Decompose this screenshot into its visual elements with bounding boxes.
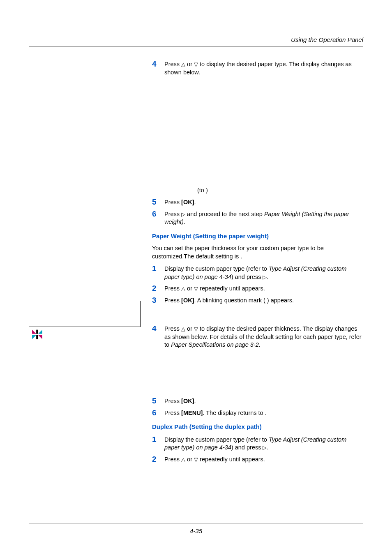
key-ok: [OK] — [181, 398, 194, 404]
triangle-down-icon: ▽ — [194, 62, 198, 67]
text: or — [185, 285, 194, 292]
text: Press — [164, 456, 181, 463]
glyph: ◥ — [38, 334, 42, 340]
section-heading-paper-weight: Paper Weight (Setting the paper weight) — [152, 232, 363, 240]
step-text: Press ▷ and proceed to the next step Pap… — [164, 210, 363, 226]
to-label: (to ) — [197, 187, 363, 195]
step-text: Press [OK]. — [164, 198, 363, 207]
indicator-icon: ◤▮◥ — [32, 334, 42, 339]
step-number: 4 — [152, 325, 164, 349]
text: . — [194, 199, 196, 205]
text: . — [194, 398, 196, 404]
triangle-right-icon: ▷ — [181, 212, 185, 217]
step-text: Display the custom paper type (refer to … — [164, 435, 363, 452]
text: Press — [164, 61, 181, 67]
step-number: 5 — [152, 198, 164, 207]
display-placeholder — [152, 352, 363, 397]
glyph: ◤ — [32, 334, 36, 340]
spacer — [152, 308, 363, 325]
text: Press — [164, 297, 181, 304]
text: or — [185, 456, 194, 463]
step-text: Press △ or ▽ to display the desired pape… — [164, 60, 363, 76]
step-text: Press [MENU]. The display returns to . — [164, 409, 363, 417]
triangle-down-icon: ▽ — [194, 286, 198, 291]
step-number: 5 — [152, 397, 164, 405]
text: repeatedly until appears. — [198, 285, 265, 292]
text: ) and press — [231, 274, 263, 280]
key-ok: [OK] — [181, 199, 194, 205]
step-number: 2 — [152, 455, 164, 464]
step-text: Press [OK]. — [164, 397, 363, 405]
step-number: 6 — [152, 409, 164, 417]
display-placeholder — [152, 80, 363, 187]
triangle-down-icon: ▽ — [194, 457, 198, 462]
step-text: Display the custom paper type (refer to … — [164, 265, 363, 281]
text: Display the custom paper type (refer to — [164, 436, 269, 443]
key-menu: [MENU] — [181, 410, 203, 416]
triangle-up-icon: △ — [181, 457, 185, 462]
step-text: Press △ or ▽ to display the desired pape… — [164, 325, 363, 349]
step-number: 3 — [152, 296, 164, 305]
text: Press — [164, 325, 181, 332]
text: or — [185, 325, 194, 332]
step-number: 1 — [152, 435, 164, 452]
step-number: 1 — [152, 265, 164, 281]
text: Display the custom paper type (refer to — [164, 265, 269, 272]
running-header: Using the Operation Panel — [291, 36, 363, 43]
header-rule — [29, 46, 363, 46]
text: or — [185, 61, 194, 67]
display-panel-box — [29, 301, 141, 327]
page-number: 4-35 — [190, 527, 202, 534]
triangle-up-icon: △ — [181, 326, 185, 332]
text: . A blinking question mark ( ) appears. — [194, 297, 294, 304]
page-footer: 4-35 — [29, 523, 363, 534]
ref: Paper Specifications on page 3-2 — [171, 341, 259, 348]
triangle-up-icon: △ — [181, 286, 185, 291]
text: ) and press — [231, 444, 263, 451]
text: Press — [164, 410, 181, 416]
text: Press — [164, 398, 181, 404]
triangle-up-icon: △ — [181, 62, 185, 67]
text: . — [259, 341, 261, 348]
text: Press — [164, 211, 181, 217]
triangle-down-icon: ▽ — [194, 326, 198, 332]
triangle-right-icon: ▷ — [263, 274, 267, 280]
key-ok: [OK] — [181, 297, 194, 304]
triangle-right-icon: ▷ — [263, 445, 267, 450]
section-body: You can set the paper thickness for your… — [152, 244, 363, 260]
text: Press — [164, 285, 181, 292]
text: repeatedly until appears. — [198, 456, 265, 463]
text: . — [267, 274, 268, 280]
step-number: 2 — [152, 284, 164, 293]
section-heading-duplex-path: Duplex Path (Setting the duplex path) — [152, 423, 363, 431]
step-text: Press △ or ▽ repeatedly until appears. — [164, 284, 363, 293]
text: and proceed to the next step — [185, 211, 264, 217]
text: . — [267, 444, 268, 451]
step-text: Press △ or ▽ repeatedly until appears. — [164, 455, 363, 464]
text: Press — [164, 199, 181, 205]
step-number: 4 — [152, 60, 164, 76]
text: . The display returns to . — [203, 410, 266, 416]
step-text: Press [OK]. A blinking question mark ( )… — [164, 296, 363, 305]
text: . — [184, 219, 185, 225]
step-number: 6 — [152, 210, 164, 226]
